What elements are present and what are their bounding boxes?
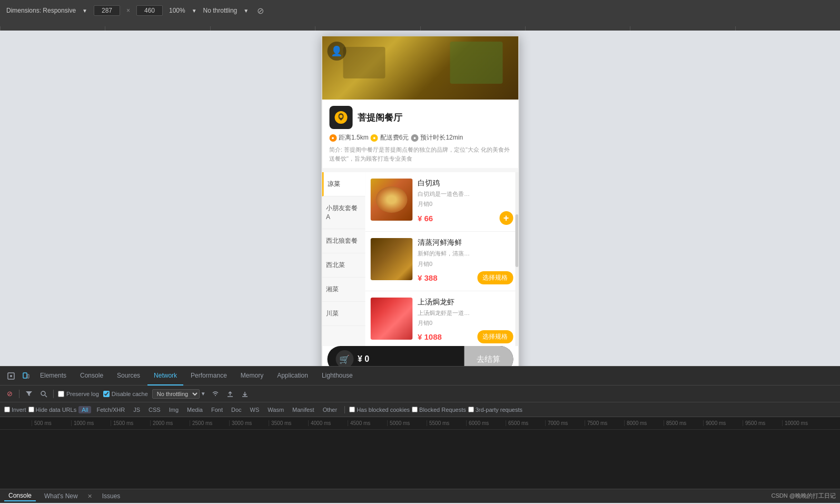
third-party-checkbox[interactable] bbox=[468, 407, 474, 412]
width-input[interactable] bbox=[94, 5, 120, 16]
menu-item-info-0: 白切鸡 白切鸡是一道色香… 月销0 ¥ 66 + bbox=[418, 179, 513, 225]
throttle-dropdown[interactable]: No throttling Fast 3G Slow 3G bbox=[152, 389, 200, 399]
filter-icon[interactable] bbox=[24, 389, 34, 399]
filter-type-other[interactable]: Other bbox=[320, 406, 341, 413]
filter-type-ws[interactable]: WS bbox=[247, 406, 263, 413]
ruler-mark bbox=[210, 26, 315, 31]
select-spec-button-2[interactable]: 选择规格 bbox=[477, 330, 513, 343]
estimate-icon: ● bbox=[411, 134, 418, 142]
record-icon[interactable]: ⊘ bbox=[4, 389, 15, 399]
preserve-log-text: Preserve log bbox=[66, 391, 99, 397]
filter-type-manifest[interactable]: Manifest bbox=[289, 406, 318, 413]
console-tab-whatsnew[interactable]: What's New bbox=[40, 491, 82, 501]
device-icon[interactable] bbox=[19, 369, 33, 383]
menu-items-list[interactable]: 白切鸡 白切鸡是一道色香… 月销0 ¥ 66 + bbox=[365, 172, 518, 346]
blocked-requests-checkbox[interactable] bbox=[412, 407, 418, 412]
menu-item-price-2: ¥ 1088 bbox=[418, 332, 442, 341]
invert-label[interactable]: Invert bbox=[4, 407, 26, 413]
checkout-button[interactable]: 去结算 bbox=[464, 346, 513, 366]
delivery-label: 配送费6元 bbox=[380, 133, 409, 142]
preserve-log-checkbox[interactable] bbox=[58, 391, 64, 397]
menu-item-name-0: 白切鸡 bbox=[418, 179, 513, 188]
preserve-log-label[interactable]: Preserve log bbox=[58, 391, 99, 397]
menu-item-bottom-0: ¥ 66 + bbox=[418, 211, 513, 225]
main-area: 👤 菩提阁餐厅 ● 距离1.5km bbox=[0, 31, 840, 366]
tab-performance[interactable]: Performance bbox=[184, 367, 233, 386]
ruler-mark bbox=[525, 26, 630, 31]
filter-type-doc[interactable]: Doc bbox=[228, 406, 245, 413]
tick-9500: 9500 ms bbox=[743, 420, 782, 426]
tick-2500: 2500 ms bbox=[190, 420, 229, 426]
filter-type-all[interactable]: All bbox=[78, 406, 91, 413]
category-item-1[interactable]: 小朋友套餐A bbox=[322, 196, 365, 230]
throttle-chevron-icon[interactable]: ▼ bbox=[243, 8, 249, 14]
console-tab-issues[interactable]: Issues bbox=[98, 491, 125, 501]
filter-type-wasm[interactable]: Wasm bbox=[264, 406, 287, 413]
tick-500: 500 ms bbox=[32, 420, 71, 426]
menu-item-image-0 bbox=[370, 179, 412, 221]
disable-cache-text: Disable cache bbox=[112, 391, 148, 397]
filter-type-css[interactable]: CSS bbox=[145, 406, 164, 413]
tab-console[interactable]: Console bbox=[74, 367, 110, 386]
svg-point-6 bbox=[41, 391, 45, 396]
svg-point-1 bbox=[339, 115, 342, 118]
tick-1500: 1500 ms bbox=[111, 420, 150, 426]
mobile-preview-container: 👤 菩提阁餐厅 ● 距离1.5km bbox=[321, 36, 519, 366]
tab-sources[interactable]: Sources bbox=[111, 367, 146, 386]
restaurant-logo-icon bbox=[333, 110, 348, 125]
tab-application[interactable]: Application bbox=[271, 367, 314, 386]
height-input[interactable] bbox=[136, 5, 163, 16]
delivery-icon: ● bbox=[371, 134, 378, 142]
category-item-3[interactable]: 西北菜 bbox=[322, 253, 365, 278]
disable-cache-checkbox[interactable] bbox=[103, 391, 110, 397]
add-to-cart-button-0[interactable]: + bbox=[499, 211, 513, 225]
category-item-0[interactable]: 凉菜 bbox=[322, 172, 365, 196]
menu-item-2: 上汤焗龙虾 上汤焗龙虾是一道… 月销0 ¥ 1088 选择规格 bbox=[365, 291, 518, 346]
dimensions-label[interactable]: Dimensions: Responsive bbox=[6, 7, 76, 14]
hide-data-urls-label[interactable]: Hide data URLs bbox=[28, 407, 77, 413]
distance-label: 距离1.5km bbox=[339, 133, 369, 142]
console-tab-console[interactable]: Console bbox=[4, 491, 36, 501]
scrollbar[interactable] bbox=[515, 172, 518, 346]
filter-type-img[interactable]: Img bbox=[166, 406, 182, 413]
restaurant-header: 菩提阁餐厅 bbox=[329, 106, 511, 129]
close-whatsnew-button[interactable]: ✕ bbox=[86, 492, 94, 500]
blocked-cookies-checkbox[interactable] bbox=[349, 407, 355, 412]
blocked-requests-label[interactable]: Blocked Requests bbox=[412, 407, 466, 413]
select-spec-button-1[interactable]: 选择规格 bbox=[477, 271, 513, 284]
tick-6000: 6000 ms bbox=[466, 420, 506, 426]
tab-lighthouse[interactable]: Lighthouse bbox=[315, 367, 359, 386]
filter-type-js[interactable]: JS bbox=[130, 406, 143, 413]
invert-checkbox[interactable] bbox=[4, 407, 10, 412]
zoom-chevron-icon[interactable]: ▼ bbox=[192, 8, 197, 14]
settings-icon[interactable]: ⊘ bbox=[257, 6, 264, 16]
category-item-4[interactable]: 湘菜 bbox=[322, 278, 365, 302]
disable-cache-label[interactable]: Disable cache bbox=[103, 391, 148, 397]
restaurant-name: 菩提阁餐厅 bbox=[358, 112, 402, 124]
category-item-5[interactable]: 川菜 bbox=[322, 302, 365, 326]
food-image-qingzheng bbox=[370, 238, 412, 280]
zoom-label[interactable]: 100% bbox=[169, 7, 185, 14]
throttle-label[interactable]: No throttling bbox=[203, 7, 238, 14]
blocked-cookies-label[interactable]: Has blocked cookies bbox=[349, 407, 410, 413]
hide-data-urls-checkbox[interactable] bbox=[28, 407, 34, 412]
menu-item-name-2: 上汤焗龙虾 bbox=[418, 298, 513, 307]
tick-8500: 8500 ms bbox=[664, 420, 703, 426]
filter-type-fetch[interactable]: Fetch/XHR bbox=[93, 406, 128, 413]
filter-type-font[interactable]: Font bbox=[208, 406, 226, 413]
filter-type-media[interactable]: Media bbox=[184, 406, 206, 413]
search-icon[interactable] bbox=[38, 389, 49, 399]
download-icon[interactable] bbox=[240, 389, 250, 399]
chevron-down-icon[interactable]: ▼ bbox=[82, 8, 87, 14]
blocked-requests-text: Blocked Requests bbox=[419, 407, 466, 413]
tab-network[interactable]: Network bbox=[147, 367, 183, 386]
menu-item-name-1: 清蒸河鲜海鲜 bbox=[418, 238, 513, 248]
wifi-icon[interactable] bbox=[210, 389, 221, 399]
cart-amount: ¥ 0 bbox=[358, 354, 369, 364]
tab-memory[interactable]: Memory bbox=[234, 367, 270, 386]
category-item-2[interactable]: 西北狼套餐 bbox=[322, 229, 365, 253]
inspect-icon[interactable] bbox=[4, 369, 18, 383]
third-party-label[interactable]: 3rd-party requests bbox=[468, 407, 522, 413]
upload-icon[interactable] bbox=[225, 389, 235, 399]
tab-elements[interactable]: Elements bbox=[34, 367, 73, 386]
